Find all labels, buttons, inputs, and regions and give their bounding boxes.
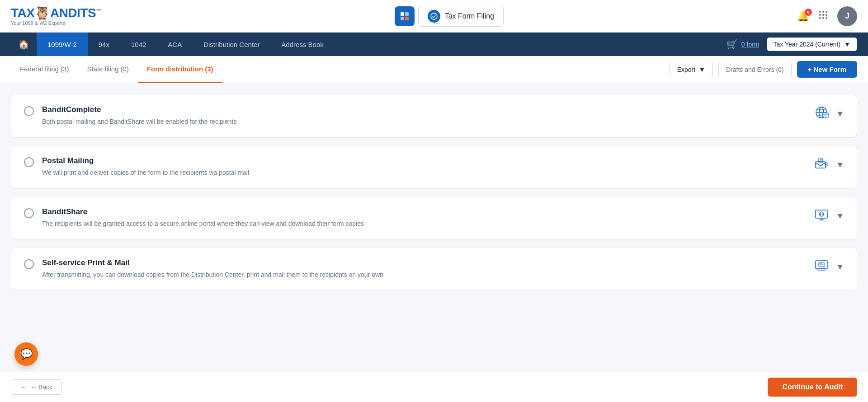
self-service-desc: After transmitting, you can download cop… [42,270,806,280]
svg-point-7 [826,11,827,13]
self-service-radio[interactable] [24,259,34,269]
postal-mailing-desc: We will print and deliver copies of the … [42,168,806,178]
nav-right: 🛒 0 form Tax Year 2024 (Current) ▼ [726,37,857,51]
cart-label: 0 form [741,41,760,48]
tax-form-button[interactable]: Tax Form Filing [418,6,504,27]
postal-mailing-icon [814,156,829,174]
export-button[interactable]: Export ▼ [670,62,713,77]
logo: TAX🦉ANDITS™ [11,7,101,19]
svg-point-11 [819,17,821,19]
bandit-complete-chevron-icon[interactable]: ▼ [836,109,844,119]
svg-rect-3 [405,17,409,20]
svg-point-8 [819,14,821,16]
bandit-complete-right: ▼ [814,105,844,123]
svg-point-5 [819,11,821,13]
svg-point-6 [822,11,824,13]
tabs-bar: Federal filing (3) State filing (0) Form… [0,56,868,83]
footer-bar: ← ← Back Continue to Audit [0,372,868,402]
nav-item-94x[interactable]: 94x [88,33,120,56]
svg-point-4 [431,13,437,19]
apps-grid-icon[interactable] [818,10,828,23]
self-service-card: Self-service Print & Mail After transmit… [11,247,857,291]
postal-mailing-chevron-icon[interactable]: ▼ [836,160,844,170]
bandit-share-title: BanditShare [42,207,806,216]
svg-rect-1 [405,12,409,16]
svg-rect-2 [401,17,404,20]
postal-mailing-content: Postal Mailing We will print and deliver… [42,156,806,178]
bandit-complete-icon [814,105,829,123]
svg-rect-19 [822,113,829,117]
nav-item-1099-w2[interactable]: 1099/W-2 [37,33,88,56]
drafts-errors-button[interactable]: Drafts and Errors (0) [718,62,792,77]
tax-form-label: Tax Form Filing [445,12,494,20]
nav-item-distribution-center[interactable]: Distribution Center [193,33,270,56]
new-form-button[interactable]: + New Form [797,61,857,78]
svg-rect-32 [816,261,827,269]
cart-area[interactable]: 🛒 0 form [726,39,760,50]
bandit-complete-radio[interactable] [24,106,34,116]
header: TAX🦉ANDITS™ Your 1099 & W2 Experts Tax F… [0,0,868,33]
grid-icon-button[interactable] [395,6,415,26]
nav-item-address-book[interactable]: Address Book [270,33,334,56]
notification-badge: 0 [805,9,812,16]
postal-mailing-radio[interactable] [24,157,34,167]
chevron-down-icon: ▼ [844,41,850,48]
svg-point-35 [824,266,825,267]
chat-bubble[interactable]: 💬 [14,342,38,366]
svg-point-13 [826,17,827,19]
bandit-complete-card: BanditComplete Both postal mailing and B… [11,94,857,138]
svg-point-10 [826,14,827,16]
bandit-share-chevron-icon[interactable]: ▼ [836,211,844,221]
bandit-share-icon [814,207,829,225]
nav-bar: 🏠 1099/W-2 94x 1042 ACA Distribution Cen… [0,33,868,56]
back-arrow-icon: ← [20,383,27,391]
main-content: BanditComplete Both postal mailing and B… [0,83,868,402]
notification-button[interactable]: 🔔 0 [797,10,809,22]
header-center: Tax Form Filing [395,6,504,27]
svg-rect-34 [819,262,824,266]
header-right: 🔔 0 J [797,6,857,26]
bandit-share-content: BanditShare The recipients will be grant… [42,207,806,229]
svg-point-9 [822,14,824,16]
logo-area: TAX🦉ANDITS™ Your 1099 & W2 Experts [11,7,101,26]
self-service-right: ▼ [814,258,844,276]
self-service-content: Self-service Print & Mail After transmit… [42,258,806,280]
back-button[interactable]: ← ← Back [11,379,62,395]
bandit-complete-title: BanditComplete [42,105,806,114]
bandit-share-right: ▼ [814,207,844,225]
tab-actions: Export ▼ Drafts and Errors (0) + New For… [670,61,857,78]
nav-home[interactable]: 🏠 [11,33,37,56]
tab-state-filing[interactable]: State filing (0) [78,56,138,83]
postal-mailing-right: ▼ [814,156,844,174]
user-avatar[interactable]: J [837,6,857,26]
tab-form-distribution[interactable]: Form distribution (3) [138,56,222,83]
continue-to-audit-button[interactable]: Continue to Audit [768,378,857,397]
nav-item-1042[interactable]: 1042 [120,33,157,56]
bandit-share-desc: The recipients will be granted access to… [42,219,806,229]
bandit-complete-content: BanditComplete Both postal mailing and B… [42,105,806,126]
self-service-title: Self-service Print & Mail [42,258,806,267]
svg-point-12 [822,17,824,19]
self-service-icon [814,258,829,276]
bandit-complete-desc: Both postal mailing and BanditShare will… [42,117,806,126]
postal-mailing-card: Postal Mailing We will print and deliver… [11,145,857,189]
bandit-share-card: BanditShare The recipients will be grant… [11,196,857,240]
bandit-share-radio[interactable] [24,208,34,218]
self-service-chevron-icon[interactable]: ▼ [836,262,844,272]
tax-form-icon [428,10,440,23]
export-chevron-icon: ▼ [699,66,705,73]
svg-rect-33 [818,269,825,271]
postal-mailing-title: Postal Mailing [42,156,806,165]
nav-item-aca[interactable]: ACA [157,33,193,56]
cart-icon: 🛒 [726,39,738,50]
tax-year-select[interactable]: Tax Year 2024 (Current) ▼ [767,37,858,51]
tab-federal-filing[interactable]: Federal filing (3) [11,56,78,83]
logo-sub: Your 1099 & W2 Experts [11,20,65,26]
svg-rect-0 [401,12,404,16]
